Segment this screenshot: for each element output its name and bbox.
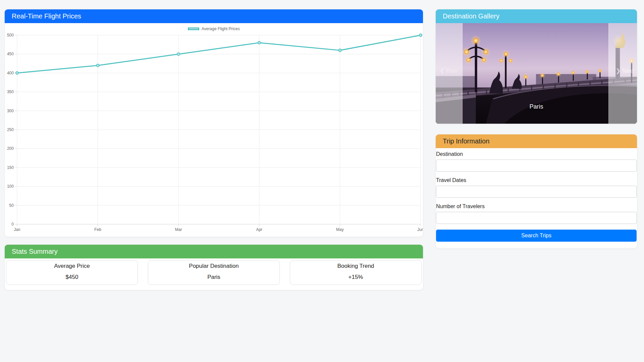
travel-dates-label: Travel Dates	[436, 177, 637, 183]
destination-gallery-header: Destination Gallery	[436, 9, 637, 23]
stats-summary-card: Stats Summary Average Price $450 Popular…	[4, 244, 423, 290]
right-column: Destination Gallery	[435, 9, 637, 290]
chevron-left-icon: ❮	[440, 67, 444, 74]
svg-text:Jan: Jan	[14, 227, 20, 232]
svg-text:250: 250	[7, 127, 14, 132]
flight-prices-title: Real-Time Flight Prices	[12, 12, 81, 20]
svg-text:May: May	[336, 227, 344, 232]
destination-gallery-card: Destination Gallery	[435, 9, 637, 124]
line-chart: 050100150200250300350400450500JanFebMarA…	[5, 23, 423, 237]
stat-popular-destination: Popular Destination Paris	[148, 260, 280, 285]
svg-text:Feb: Feb	[94, 227, 101, 232]
form-row-destination: Destination	[436, 151, 637, 172]
svg-text:Mar: Mar	[175, 227, 182, 232]
travelers-label: Number of Travelers	[436, 203, 637, 209]
destination-carousel: ❮ Prev ❯ Next Paris	[436, 23, 637, 124]
form-row-travelers: Number of Travelers	[436, 203, 637, 224]
destination-label: Destination	[436, 151, 637, 157]
flight-prices-header: Real-Time Flight Prices	[5, 9, 423, 23]
carousel-caption: Paris	[436, 103, 637, 110]
carousel-prev-label: Prev	[446, 68, 458, 74]
carousel-prev-button[interactable]: ❮ Prev	[440, 67, 458, 74]
trip-form: Destination Travel Dates Number of Trave…	[436, 148, 637, 248]
stat-value: +15%	[292, 274, 419, 281]
svg-text:500: 500	[7, 33, 14, 38]
travel-dates-input[interactable]	[436, 186, 637, 198]
flight-prices-chart: Average Flight Prices 050100150200250300…	[5, 23, 423, 237]
chart-legend[interactable]: Average Flight Prices	[5, 26, 423, 31]
svg-text:450: 450	[7, 52, 14, 56]
svg-text:350: 350	[7, 89, 14, 94]
travelers-input[interactable]	[436, 212, 637, 224]
stats-summary-title: Stats Summary	[12, 248, 58, 255]
legend-label: Average Flight Prices	[202, 26, 240, 31]
stat-value: $450	[8, 274, 136, 281]
stat-value: Paris	[150, 274, 277, 281]
trip-information-title: Trip Information	[443, 137, 489, 145]
trip-information-card: Trip Information Destination Travel Date…	[435, 134, 637, 249]
svg-text:0: 0	[11, 222, 14, 227]
destination-input[interactable]	[436, 160, 637, 172]
svg-text:100: 100	[7, 184, 14, 189]
svg-text:400: 400	[7, 71, 14, 75]
stats-summary-header: Stats Summary	[5, 245, 423, 258]
legend-swatch-icon	[188, 27, 199, 30]
svg-text:Apr: Apr	[256, 227, 262, 232]
form-row-travel-dates: Travel Dates	[436, 177, 637, 198]
svg-text:150: 150	[7, 165, 14, 170]
left-column: Real-Time Flight Prices Average Flight P…	[4, 9, 423, 290]
svg-text:Jun: Jun	[417, 227, 423, 232]
stats-body: Average Price $450 Popular Destination P…	[5, 258, 423, 290]
travel-dashboard-page: Real-Time Flight Prices Average Flight P…	[0, 0, 644, 290]
trip-information-header: Trip Information	[436, 134, 637, 148]
stat-booking-trend: Booking Trend +15%	[290, 260, 422, 285]
stat-label: Popular Destination	[150, 263, 277, 269]
flight-prices-card: Real-Time Flight Prices Average Flight P…	[4, 9, 423, 237]
carousel-next-button[interactable]: ❯ Next	[616, 67, 634, 74]
svg-text:200: 200	[7, 146, 14, 151]
search-trips-button[interactable]: Search Trips	[436, 230, 637, 242]
svg-text:300: 300	[7, 109, 14, 113]
stat-label: Booking Trend	[292, 263, 419, 269]
svg-text:50: 50	[9, 203, 14, 208]
chevron-right-icon: ❯	[616, 67, 621, 74]
stat-average-price: Average Price $450	[6, 260, 138, 285]
destination-gallery-title: Destination Gallery	[443, 12, 499, 20]
carousel-next-label: Next	[623, 68, 634, 74]
stat-label: Average Price	[8, 263, 136, 269]
